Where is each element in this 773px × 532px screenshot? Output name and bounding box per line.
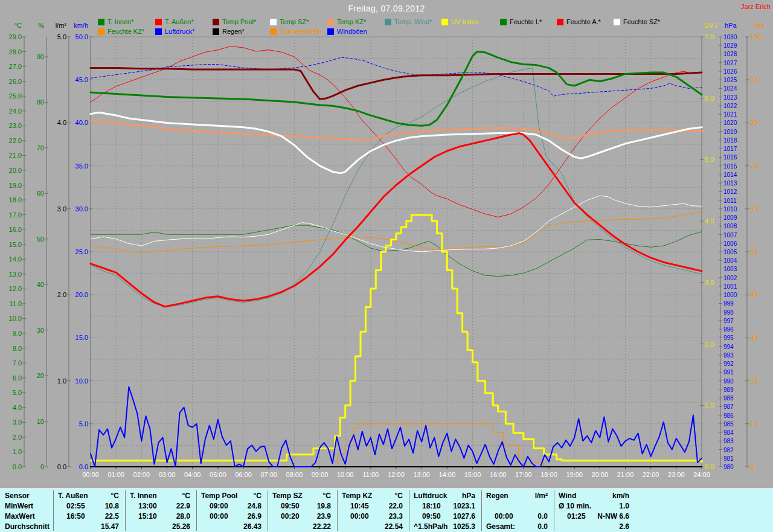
- axis-tick-label-hpa: 998: [723, 309, 734, 316]
- table-cell-time: 09:50: [268, 502, 300, 510]
- axis-tick-label-hpa: 980: [723, 464, 734, 470]
- table-col-name: Temp KZ: [337, 492, 372, 500]
- table-cell-time: [337, 522, 350, 531]
- axis-tick-label-lm2: 1.0: [57, 377, 66, 385]
- table-cell-luftdruck: 09:501027.6: [409, 512, 481, 521]
- x-tick-label: 12:00: [388, 471, 405, 478]
- axis-tick-label-hpa: 1025: [723, 77, 737, 83]
- table-cell-time: [125, 522, 138, 531]
- table-cell-value: 10.8: [105, 502, 119, 511]
- axis-tick-label-c: 14.0: [9, 255, 22, 263]
- table-col-header-temp-pool: Temp Pool°C: [196, 492, 268, 501]
- axis-tick-label-uv: 4.0: [705, 217, 714, 225]
- table-cell-temp-pool: 26.43: [196, 522, 268, 531]
- axis-unit-hpa: hPa: [725, 22, 737, 29]
- axis-tick-label-pct: 90: [37, 53, 44, 60]
- axis-tick-label-c: 26.0: [9, 78, 22, 85]
- axis-tick-label-uv: 2.0: [705, 341, 714, 348]
- axis-unit-c: °C: [14, 22, 22, 29]
- table-col-name: T. Außen: [53, 492, 88, 500]
- table-col-name: Temp Pool: [196, 492, 237, 500]
- axis-tick-label-hpa: 1024: [723, 85, 737, 92]
- x-tick-label: 23:00: [668, 471, 685, 478]
- axis-tick-label-hpa: 1020: [723, 120, 737, 126]
- table-cell-temp-sz: 22.22: [268, 522, 337, 531]
- axis-unit-pct: %: [38, 22, 44, 29]
- axis-tick-label-hpa: 1011: [723, 197, 737, 204]
- axis-tick-label-c: 20.0: [9, 167, 22, 174]
- axis-tick-label-c: 6.0: [13, 374, 22, 382]
- axis-tick-label-hpa: 1027: [723, 60, 737, 66]
- table-cell-value: 22.5: [105, 512, 119, 521]
- axis-tick-label-hpa: 993: [723, 352, 734, 359]
- x-tick-label: 10:00: [337, 471, 354, 478]
- axis-tick-label-c: 0.0: [13, 463, 22, 470]
- axis-tick-label-kmh: 30.0: [75, 205, 88, 213]
- table-cell-t-au-en: 15.47: [53, 522, 125, 531]
- axis-tick-label-c: 13.0: [9, 271, 22, 278]
- table-col-header-regen: Regenl/m²: [481, 492, 554, 501]
- axis-tick-label-hpa: 1023: [723, 94, 737, 101]
- stats-table: SensorMinWertMaxWertDurchschnittT. Außen…: [0, 488, 773, 532]
- table-cell-wind: 2.6: [554, 522, 635, 531]
- table-cell-time: [53, 522, 66, 531]
- table-cell-value: 1.0: [619, 502, 629, 511]
- axis-tick-label-pct: 40: [37, 281, 44, 288]
- axis-tick-label-hpa: 1019: [723, 129, 737, 135]
- table-cell-value: 23.9: [317, 512, 331, 521]
- axis-tick-label-lm2: 5.0: [57, 33, 66, 40]
- axis-tick-label-kmh: 10.0: [75, 377, 88, 385]
- table-cell-time: 01:25: [554, 512, 586, 521]
- table-col-header-luftdruck: LuftdruckhPa: [409, 492, 481, 501]
- axis-tick-label-kmh: 15.0: [75, 334, 88, 341]
- axis-tick-label-minu: 70: [750, 162, 757, 170]
- axis-tick-label-minu: 100: [750, 33, 761, 40]
- axis-tick-label-hpa: 990: [723, 378, 734, 385]
- axis-tick-label-c: 18.0: [9, 196, 22, 204]
- axis-tick-label-c: 22.0: [9, 137, 22, 144]
- axis-tick-label-c: 29.0: [9, 33, 22, 40]
- axis-tick-label-kmh: 50.0: [75, 33, 88, 40]
- axis-tick-label-c: 3.0: [13, 418, 22, 426]
- axis-tick-label-hpa: 1013: [723, 180, 737, 187]
- table-cell-time: 10:45: [337, 502, 369, 510]
- x-tick-label: 17:00: [515, 471, 532, 478]
- axis-tick-label-uv: 7.0: [705, 33, 714, 40]
- axis-tick-label-hpa: 1005: [723, 249, 737, 255]
- axis-tick-label-c: 15.0: [9, 241, 22, 248]
- axis-tick-label-uv: 3.0: [705, 279, 714, 286]
- table-cell-value: 1027.6: [453, 512, 475, 521]
- axis-tick-label-minu: 20: [750, 377, 757, 385]
- table-cell-time: 00:20: [268, 512, 300, 521]
- table-col-unit: hPa: [462, 492, 475, 501]
- table-col-name: Wind: [554, 492, 576, 500]
- axis-tick-label-hpa: 1026: [723, 68, 737, 75]
- axis-tick-label-pct: 30: [37, 327, 44, 334]
- table-cell-t-innen: 15:1028.0: [125, 512, 196, 521]
- table-cell-time: Gesamt:: [481, 522, 515, 531]
- axis-tick-label-hpa: 1004: [723, 257, 737, 264]
- axis-tick-label-hpa: 989: [723, 386, 734, 393]
- table-row-label: Durchschnitt: [5, 522, 53, 531]
- table-cell-time: 18:10: [409, 502, 441, 510]
- table-cell-time: 02:55: [53, 502, 85, 510]
- table-col-unit: l/m²: [535, 492, 548, 501]
- table-cell-time: 15:10: [125, 512, 157, 521]
- axis-tick-label-pct: 60: [37, 190, 44, 197]
- table-col-unit: °C: [182, 492, 190, 501]
- table-cell-time: [481, 502, 495, 510]
- x-tick-label: 09:00: [312, 471, 329, 478]
- x-tick-label: 21:00: [617, 471, 634, 478]
- table-cell-regen: 00:000.0: [481, 512, 554, 521]
- axis-tick-label-uv: 1.0: [705, 402, 714, 409]
- axis-tick-label-c: 25.0: [9, 92, 22, 100]
- axis-tick-label-hpa: 1015: [723, 163, 737, 170]
- x-tick-label: 14:00: [439, 471, 456, 478]
- table-cell-luftdruck: ^1.5hPa/h1025.3: [409, 522, 481, 531]
- axis-tick-label-hpa: 1001: [723, 283, 737, 290]
- axis-tick-label-hpa: 996: [723, 326, 734, 333]
- series-feuchte-kz: [91, 212, 702, 253]
- axis-tick-label-minu: 0: [750, 463, 754, 470]
- axis-tick-label-hpa: 991: [723, 369, 734, 376]
- table-cell-value: 23.3: [389, 512, 403, 521]
